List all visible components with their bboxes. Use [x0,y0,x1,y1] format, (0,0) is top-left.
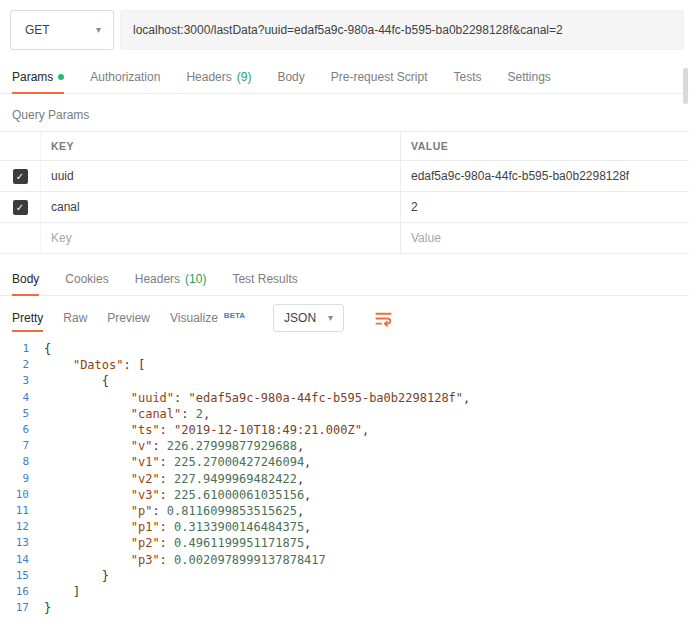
line-number: 7 [0,438,44,454]
tab-count: (9) [237,70,252,84]
param-value-cell[interactable]: edaf5a9c-980a-44fc-b595-ba0b2298128f [400,161,689,191]
response-view-tabs: PrettyRawPreviewVisualizeBETA [12,305,245,332]
key-column-header: KEY [40,132,400,160]
line-number: 2 [0,357,44,373]
response-tab-headers[interactable]: Headers(10) [135,262,207,295]
tab-label: Cookies [65,272,108,286]
value-column-header: VALUE [400,132,689,160]
tab-label: Params [12,70,53,84]
code-line: 3 { [0,373,689,389]
tab-label: Visualize [170,311,218,325]
code-text: "Datos": [ [44,357,145,373]
param-enabled-checkbox[interactable]: ✓ [13,169,28,184]
view-tab-preview[interactable]: Preview [107,305,150,332]
request-tabs: ParamsAuthorizationHeaders(9)BodyPre-req… [0,60,689,94]
view-tab-raw[interactable]: Raw [63,305,87,332]
line-number: 8 [0,454,44,470]
code-text: "v3": 225.61000061035156, [44,487,311,503]
code-line: 13 "p2": 0.4961199951171875, [0,535,689,551]
code-line: 8 "v1": 225.27000427246094, [0,454,689,470]
param-check-cell: ✓ [0,192,40,222]
tab-label: Body [277,70,304,84]
code-line: 4 "uuid": "edaf5a9c-980a-44fc-b595-ba0b2… [0,390,689,406]
view-tab-pretty[interactable]: Pretty [12,305,43,332]
code-text: ] [44,584,80,600]
param-value-cell[interactable]: 2 [400,192,689,222]
code-line: 15 } [0,568,689,584]
param-check-cell: ✓ [0,161,40,191]
param-key-cell[interactable]: canal [40,192,400,222]
beta-badge: BETA [224,311,245,320]
request-url-bar: GET ▾ [0,0,689,60]
new-param-key-input[interactable] [51,231,383,245]
response-tab-cookies[interactable]: Cookies [65,262,108,295]
empty-checkbox-column [0,223,40,253]
line-number: 5 [0,406,44,422]
line-number: 13 [0,535,44,551]
param-enabled-checkbox[interactable]: ✓ [13,200,28,215]
format-select[interactable]: JSON ▾ [273,304,344,332]
request-tab-headers[interactable]: Headers(9) [186,60,251,93]
code-line: 12 "p1": 0.3133900146484375, [0,519,689,535]
request-tab-params[interactable]: Params [12,60,64,93]
code-text: "canal": 2, [44,406,210,422]
line-number: 10 [0,487,44,503]
view-tab-visualize[interactable]: VisualizeBETA [170,305,245,332]
request-tab-authorization[interactable]: Authorization [90,60,160,93]
code-text: "v2": 227.9499969482422, [44,471,304,487]
params-table-header: KEY VALUE [0,132,689,161]
line-number: 4 [0,390,44,406]
code-line: 6 "ts": "2019-12-10T18:49:21.000Z", [0,422,689,438]
code-line: 9 "v2": 227.9499969482422, [0,471,689,487]
request-tab-body[interactable]: Body [277,60,304,93]
tab-label: Raw [63,311,87,325]
code-text: "p3": 0.0020978999137878417 [44,552,326,568]
method-select[interactable]: GET ▾ [10,10,114,50]
response-tabs: BodyCookiesHeaders(10)Test Results [0,262,689,296]
wrap-text-button[interactable] [374,309,393,328]
code-line: 16 ] [0,584,689,600]
code-text: "p1": 0.3133900146484375, [44,519,311,535]
code-text: "v1": 225.27000427246094, [44,454,311,470]
wrap-text-icon [374,309,393,328]
request-tab-pre-request-script[interactable]: Pre-request Script [331,60,428,93]
tab-count: (10) [185,272,206,286]
line-number: 9 [0,471,44,487]
new-param-row [0,223,689,254]
url-input[interactable] [120,10,684,50]
chevron-down-icon: ▾ [96,25,101,35]
tab-label: Test Results [232,272,297,286]
response-tab-body[interactable]: Body [12,262,39,295]
method-label: GET [25,23,50,37]
line-number: 12 [0,519,44,535]
header-checkbox-column [0,132,40,160]
line-number: 16 [0,584,44,600]
line-number: 15 [0,568,44,584]
tab-label: Headers [135,272,180,286]
request-tab-tests[interactable]: Tests [453,60,481,93]
code-text: } [44,600,51,616]
tab-label: Tests [453,70,481,84]
line-number: 6 [0,422,44,438]
new-param-value-input[interactable] [411,231,675,245]
line-number: 14 [0,552,44,568]
code-line: 2 "Datos": [ [0,357,689,373]
response-tab-test-results[interactable]: Test Results [232,262,297,295]
request-tab-settings[interactable]: Settings [508,60,551,93]
tab-label: Preview [107,311,150,325]
tab-label: Authorization [90,70,160,84]
response-body-json: 1{2 "Datos": [3 {4 "uuid": "edaf5a9c-980… [0,338,689,616]
param-row: ✓canal2 [0,192,689,223]
line-number: 11 [0,503,44,519]
code-text: { [44,341,51,357]
scrollbar-thumb[interactable] [683,68,688,104]
code-line: 5 "canal": 2, [0,406,689,422]
code-text: "v": 226.27999877929688, [44,438,304,454]
line-number: 17 [0,600,44,616]
code-text: "p": 0.8116099853515625, [44,503,304,519]
param-key-cell[interactable]: uuid [40,161,400,191]
code-text: "p2": 0.4961199951171875, [44,535,311,551]
code-text: "uuid": "edaf5a9c-980a-44fc-b595-ba0b229… [44,390,470,406]
code-line: 10 "v3": 225.61000061035156, [0,487,689,503]
code-line: 17} [0,600,689,616]
